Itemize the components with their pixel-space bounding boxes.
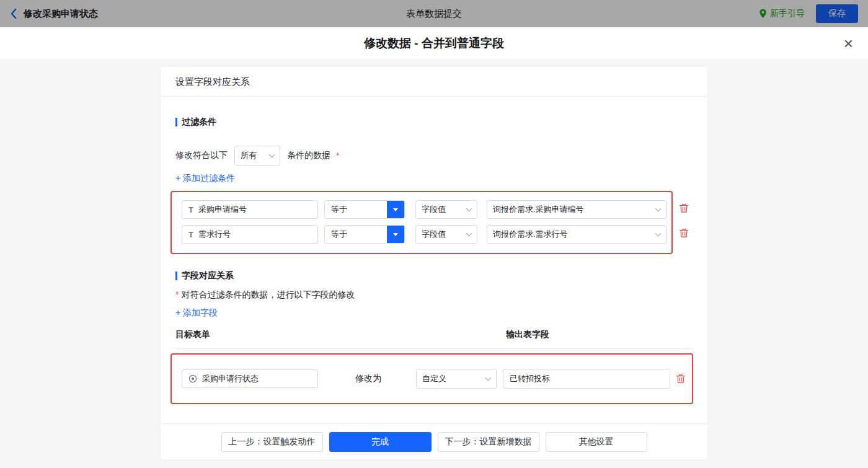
- compare-value-select[interactable]: 询报价需求.需求行号: [487, 225, 666, 244]
- workflow-title: 修改采购申请状态: [24, 8, 98, 20]
- mapping-description: *对符合过滤条件的数据，进行以下字段的修改: [175, 289, 693, 301]
- filter-conditions-highlight: T 采购申请编号 等于 字段值 询报价需求.采购申请编号: [170, 191, 693, 254]
- chevron-down-icon: [466, 205, 472, 211]
- delete-row-icon[interactable]: [678, 203, 689, 214]
- radio-field-icon: [188, 374, 197, 383]
- target-field-input[interactable]: 采购申请行状态: [182, 369, 318, 388]
- card-footer: 上一步：设置触发动作 完成 下一步：设置新增数据 其他设置: [161, 423, 707, 459]
- target-form-header: 目标表单: [175, 329, 210, 339]
- custom-value-input[interactable]: 已转招投标: [503, 369, 670, 389]
- done-button[interactable]: 完成: [329, 432, 432, 452]
- add-field-link[interactable]: + 添加字段: [175, 307, 218, 319]
- caret-down-icon: [393, 233, 398, 236]
- output-field-header: 输出表字段: [506, 329, 549, 340]
- modify-to-label: 修改为: [355, 373, 381, 384]
- required-asterisk: *: [175, 289, 179, 299]
- filter-prefix-label: 修改符合以下: [175, 150, 228, 161]
- operator-dropdown-button[interactable]: [387, 226, 404, 243]
- close-icon[interactable]: ×: [844, 35, 853, 51]
- filter-section-title: 过滤条件: [175, 117, 693, 128]
- other-settings-button[interactable]: 其他设置: [546, 432, 647, 452]
- operator-dropdown-button[interactable]: [387, 201, 404, 218]
- operator-select[interactable]: 等于: [324, 225, 405, 244]
- location-pin-icon: [759, 9, 767, 19]
- text-field-icon: T: [188, 230, 193, 239]
- card-header-title: 设置字段对应关系: [161, 67, 707, 97]
- chevron-down-icon: [655, 230, 662, 236]
- chevron-down-icon: [466, 230, 472, 236]
- delete-row-icon[interactable]: [675, 373, 686, 384]
- modal-header: 修改数据 - 合并到普通字段 ×: [0, 27, 868, 59]
- prev-step-button[interactable]: 上一步：设置触发动作: [221, 432, 323, 452]
- chevron-down-icon: [485, 374, 492, 381]
- mapping-section-title: 字段对应关系: [175, 270, 693, 281]
- chevron-down-icon: [655, 205, 662, 211]
- filter-suffix-label: 条件的数据: [287, 150, 330, 161]
- mapping-row-highlight: 采购申请行状态 修改为 自定义 已转招投标: [170, 353, 693, 404]
- beginner-guide-label: 新手引导: [770, 8, 805, 19]
- filter-field-input[interactable]: T 需求行号: [182, 225, 318, 244]
- required-asterisk: *: [336, 151, 339, 161]
- chevron-left-icon: [10, 8, 17, 19]
- modal-body: 设置字段对应关系 过滤条件 修改符合以下 所有 条件的数据 * + 添加过滤条件: [0, 67, 868, 468]
- chevron-down-icon: [269, 151, 275, 157]
- compare-value-select[interactable]: 询报价需求.采购申请编号: [487, 200, 666, 219]
- topbar-node-title: 表单数据提交: [406, 8, 462, 20]
- beginner-guide-link[interactable]: 新手引导: [759, 8, 805, 19]
- settings-card: 设置字段对应关系 过滤条件 修改符合以下 所有 条件的数据 * + 添加过滤条件: [161, 67, 707, 459]
- value-type-select[interactable]: 字段值: [415, 200, 477, 219]
- filter-field-input[interactable]: T 采购申请编号: [182, 200, 318, 219]
- save-button[interactable]: 保存: [816, 4, 858, 23]
- match-mode-select[interactable]: 所有: [234, 146, 280, 166]
- filter-row: T 采购申请编号 等于 字段值 询报价需求.采购申请编号: [182, 200, 671, 219]
- modal-title: 修改数据 - 合并到普通字段: [364, 35, 504, 51]
- section-bar: [175, 272, 177, 280]
- delete-row-icon[interactable]: [678, 227, 689, 239]
- value-type-select[interactable]: 字段值: [415, 225, 477, 244]
- value-mode-select[interactable]: 自定义: [416, 369, 497, 389]
- mapping-table-headers: 目标表单 输出表字段: [175, 329, 693, 349]
- section-bar: [175, 118, 177, 126]
- caret-down-icon: [393, 208, 398, 211]
- mapping-row: 采购申请行状态 修改为 自定义 已转招投标: [170, 353, 693, 404]
- topbar: 修改采购申请状态 表单数据提交 新手引导 保存: [0, 0, 868, 27]
- next-step-button[interactable]: 下一步：设置新增数据: [438, 432, 539, 452]
- back-button[interactable]: [10, 8, 17, 19]
- operator-select[interactable]: 等于: [324, 200, 405, 219]
- text-field-icon: T: [188, 205, 193, 214]
- add-filter-condition-link[interactable]: + 添加过滤条件: [175, 173, 235, 184]
- filter-row: T 需求行号 等于 字段值 询报价需求.需求行号: [182, 225, 671, 244]
